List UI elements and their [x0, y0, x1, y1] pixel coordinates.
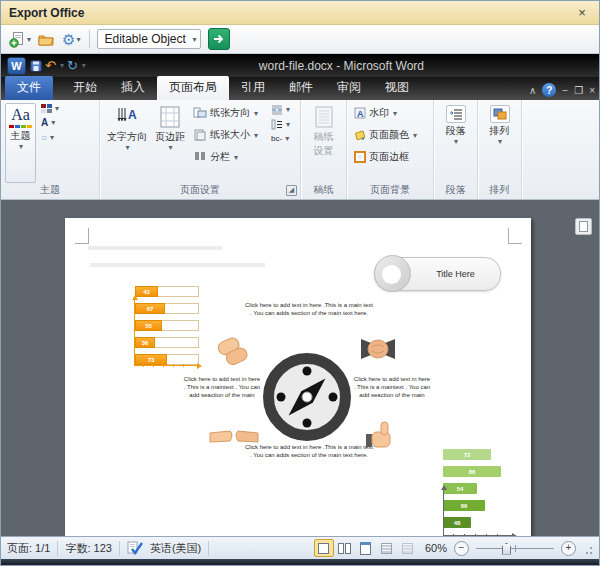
paper-size-button[interactable]: 纸张大小 ▾ — [190, 125, 266, 145]
themes-label: 主题 — [11, 130, 31, 142]
font-a-icon: A — [41, 117, 48, 128]
theme-effects-button[interactable]: ○ ▾ — [38, 131, 62, 144]
handshake-icon[interactable] — [358, 332, 398, 370]
tab-insert[interactable]: 插入 — [109, 76, 157, 100]
document-area[interactable]: Title Here 43 67 55 36 73 72 86 54 — [1, 200, 599, 536]
themes-colors-icon — [9, 125, 32, 128]
save-icon[interactable] — [30, 60, 42, 72]
tab-references[interactable]: 引用 — [229, 76, 277, 100]
tab-review[interactable]: 审阅 — [325, 76, 373, 100]
arrange-icon — [490, 105, 510, 123]
redo-icon[interactable]: ↻ — [67, 59, 78, 72]
zoom-slider-thumb[interactable] — [502, 543, 511, 555]
word-count[interactable]: 字数: 123 — [65, 541, 111, 556]
export-toolbar: ▾ ⚙ ▾ Editable Object ▾ — [1, 25, 599, 54]
columns-button[interactable]: 分栏 ▾ — [190, 147, 266, 167]
chevron-down-icon[interactable]: ▾ — [76, 35, 80, 44]
green-bar-chart[interactable]: 72 86 54 66 48 — [437, 449, 517, 536]
document-page[interactable]: Title Here 43 67 55 36 73 72 86 54 — [65, 218, 531, 536]
go-button[interactable] — [208, 28, 230, 50]
watermark-label: 水印 — [369, 106, 389, 120]
theme-colors-button[interactable]: ▾ — [38, 103, 62, 114]
text-direction-button[interactable]: A 文字方向 ▾ — [104, 103, 150, 183]
grid-settings-label-1: 稿纸 — [314, 131, 334, 143]
line-numbers-button[interactable]: ▾ — [268, 118, 293, 131]
minimize-icon[interactable]: − — [562, 85, 568, 96]
tab-home[interactable]: 开始 — [61, 76, 109, 100]
language-indicator[interactable]: 英语(美国) — [150, 541, 201, 556]
paragraph-button[interactable]: 段落 ▾ — [443, 103, 469, 183]
arrange-label: 排列 — [490, 125, 510, 137]
tab-file[interactable]: 文件 — [5, 76, 53, 100]
group-themes: Aa 主题 ▾ ▾ A ▾ — [1, 100, 100, 199]
chevron-down-icon[interactable]: ▾ — [27, 35, 31, 44]
resize-grip[interactable] — [585, 541, 593, 555]
text-block-left[interactable]: Click here to add text in here . This is… — [183, 376, 261, 399]
text-block-right[interactable]: Click here to add text in here . This is… — [353, 376, 431, 399]
hands-together-icon[interactable] — [213, 331, 253, 377]
chevron-down-icon: ▾ — [192, 35, 196, 44]
close-icon[interactable]: × — [573, 5, 591, 20]
title-shape[interactable]: Title Here — [374, 257, 501, 291]
status-bar: 页面: 1/1 字数: 123 英语(美国) 60% − + — [1, 536, 599, 559]
zoom-slider[interactable] — [476, 542, 554, 555]
zoom-level[interactable]: 60% — [425, 542, 447, 554]
chevron-down-icon: ▾ — [254, 131, 258, 140]
settings-button[interactable]: ⚙ ▾ — [60, 28, 82, 50]
page-indicator[interactable]: 页面: 1/1 — [7, 541, 50, 556]
zoom-out-button[interactable]: − — [454, 541, 469, 556]
grid-paper-icon — [313, 105, 335, 129]
paragraph-label: 段落 — [446, 125, 466, 137]
chevron-down-icon[interactable]: ▾ — [82, 61, 86, 70]
text-direction-icon: A — [115, 105, 139, 129]
close-word-icon[interactable]: × — [589, 85, 595, 96]
fist-bump-icon[interactable] — [208, 424, 260, 454]
arrange-button[interactable]: 排列 ▾ — [487, 103, 513, 183]
watermark-button[interactable]: A 水印 ▾ — [351, 103, 429, 123]
thumbs-up-icon[interactable] — [362, 419, 398, 459]
view-outline[interactable] — [377, 539, 397, 557]
compass-shape[interactable] — [263, 353, 351, 441]
status-separator — [119, 541, 120, 556]
chevron-down-icon: ▾ — [168, 143, 172, 152]
collapse-ribbon-icon[interactable]: ∧ — [529, 85, 536, 96]
dialog-launcher-icon[interactable]: ◢ — [286, 185, 297, 196]
object-mode-select[interactable]: Editable Object ▾ — [97, 29, 201, 49]
undo-icon[interactable]: ↶ — [45, 59, 56, 72]
group-label-paragraph: 段落 — [434, 183, 477, 199]
margins-icon — [158, 105, 182, 129]
titlebar: Export Office × — [1, 1, 599, 25]
view-print-layout[interactable] — [314, 539, 334, 557]
view-fullscreen-reading[interactable] — [335, 539, 355, 557]
tab-mailings[interactable]: 邮件 — [277, 76, 325, 100]
spellcheck-icon[interactable] — [127, 541, 143, 555]
orange-bar-chart[interactable]: 43 67 55 36 73 — [131, 286, 203, 376]
zoom-in-button[interactable]: + — [561, 541, 576, 556]
tab-view[interactable]: 视图 — [373, 76, 421, 100]
orientation-button[interactable]: 纸张方向 ▾ — [190, 103, 266, 123]
chevron-down-icon: ▾ — [55, 104, 59, 113]
view-draft[interactable] — [398, 539, 418, 557]
breaks-button[interactable]: ▾ — [268, 103, 293, 116]
themes-button[interactable]: Aa 主题 ▾ — [5, 103, 36, 183]
folder-button[interactable] — [36, 28, 57, 50]
view-web-layout[interactable] — [356, 539, 376, 557]
theme-fonts-button[interactable]: A ▾ — [38, 116, 62, 129]
restore-icon[interactable]: ❐ — [574, 85, 583, 96]
export-file-button[interactable]: ▾ — [7, 28, 33, 50]
line-numbers-icon — [271, 119, 283, 130]
page-color-button[interactable]: 页面颜色 ▾ — [351, 125, 429, 145]
tab-page-layout[interactable]: 页面布局 — [157, 76, 229, 100]
margins-button[interactable]: 页边距 ▾ — [152, 103, 188, 183]
grid-settings-label-2: 设置 — [314, 145, 334, 157]
x-axis — [134, 365, 198, 366]
text-block-bottom[interactable]: Click here to add text in here .This is … — [244, 444, 374, 460]
group-page-background: A 水印 ▾ 页面颜色 ▾ 页面边框 页面背景 — [347, 100, 434, 199]
hyphenation-button[interactable]: bc- ▾ — [268, 133, 293, 144]
scrollbar-page-icon[interactable] — [575, 218, 592, 235]
page-borders-button[interactable]: 页面边框 — [351, 147, 429, 167]
help-icon[interactable]: ? — [542, 83, 556, 97]
crop-mark-top-left — [75, 228, 89, 244]
text-block-top[interactable]: Click here to add text in here .This is … — [244, 302, 374, 318]
chevron-down-icon[interactable]: ▾ — [60, 61, 64, 70]
